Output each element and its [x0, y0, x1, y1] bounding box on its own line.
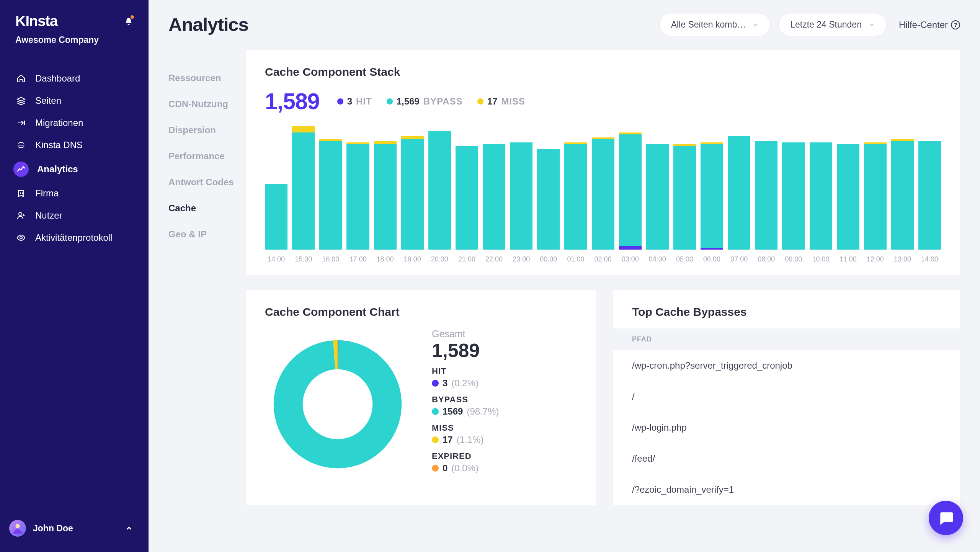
bar-segment-bypass: [537, 149, 560, 250]
x-tick-label: 18:00: [374, 255, 397, 263]
x-tick-label: 01:00: [564, 255, 587, 263]
bar-column: [428, 126, 451, 250]
pie-legend-pct: (98.7%): [467, 406, 499, 417]
eye-icon: [15, 232, 27, 243]
cache-stack-title: Cache Component Stack: [265, 65, 941, 78]
svg-point-0: [19, 212, 22, 216]
chevron-up-icon[interactable]: [125, 524, 133, 532]
subnav-item-antwort-codes[interactable]: Antwort Codes: [168, 169, 246, 195]
sidebar-item-kinsta dns[interactable]: Kinsta DNS: [0, 134, 149, 156]
sidebar-item-nutzer[interactable]: Nutzer: [0, 204, 149, 227]
sidebar-item-firma[interactable]: Firma: [0, 182, 149, 204]
bar-segment-miss: [401, 136, 424, 139]
bar-segment-bypass: [755, 141, 777, 250]
help-center-link[interactable]: Hilfe-Center ?: [899, 20, 960, 30]
pie-legend-item-miss: MISS17(1.1%): [432, 423, 499, 445]
bar-segment-bypass: [782, 142, 805, 250]
chevron-down-icon: [753, 22, 759, 28]
pie-legend-label: EXPIRED: [432, 451, 499, 461]
sidebar-item-label: Nutzer: [35, 210, 62, 221]
bar-column: [891, 126, 914, 250]
x-tick-label: 22:00: [483, 255, 505, 263]
help-icon: ?: [951, 20, 960, 29]
legend-item-hit: 3HIT: [337, 96, 372, 107]
bar-column: [319, 126, 342, 250]
x-tick-label: 21:00: [456, 255, 478, 263]
svg-point-2: [15, 524, 20, 528]
sidebar-item-label: Migrationen: [35, 118, 83, 128]
cache-stack-total: 1,589: [265, 88, 320, 114]
layers-icon: [15, 95, 27, 106]
time-filter-select[interactable]: Letzte 24 Stunden: [778, 13, 887, 36]
subnav-item-dispersion[interactable]: Dispersion: [168, 117, 246, 143]
chat-button[interactable]: [929, 501, 963, 535]
avatar[interactable]: [9, 520, 26, 537]
bar-segment-bypass: [374, 144, 397, 250]
bar-segment-bypass: [701, 144, 723, 248]
subnav-item-geo-ip[interactable]: Geo & IP: [168, 221, 246, 247]
sidebar-item-dashboard[interactable]: Dashboard: [0, 67, 149, 90]
x-tick-label: 03:00: [619, 255, 642, 263]
x-tick-label: 09:00: [782, 255, 805, 263]
subnav-item-performance[interactable]: Performance: [168, 143, 246, 169]
table-row[interactable]: /: [613, 381, 960, 412]
sidebar-item-label: Aktivitätenprotokoll: [35, 232, 112, 243]
site-filter-select[interactable]: Alle Seiten komb…: [659, 13, 771, 36]
legend-value: 1,569: [397, 96, 420, 107]
bar-column: [564, 126, 587, 250]
pie-legend-value: 17: [443, 434, 453, 445]
sidebar-item-label: Kinsta DNS: [35, 140, 83, 150]
bar-segment-bypass: [346, 144, 369, 250]
sidebar-item-label: Firma: [35, 188, 59, 199]
bar-column: [292, 126, 315, 250]
pie-legend-label: BYPASS: [432, 395, 499, 405]
time-filter-value: Letzte 24 Stunden: [790, 20, 862, 30]
bar-segment-hit: [619, 246, 642, 250]
top-cache-bypasses-title: Top Cache Bypasses: [613, 305, 960, 318]
avatar-icon: [11, 522, 24, 535]
table-row[interactable]: /feed/: [613, 443, 960, 474]
bar-segment-bypass: [428, 131, 451, 250]
sidebar-item-label: Seiten: [35, 95, 61, 106]
legend-dot-icon: [432, 380, 439, 387]
sidebar-item-aktivitätenprotokoll[interactable]: Aktivitätenprotokoll: [0, 227, 149, 249]
legend-label: HIT: [356, 96, 372, 107]
bar-column: [456, 126, 478, 250]
bar-column: [782, 126, 805, 250]
table-row[interactable]: /wp-login.php: [613, 412, 960, 443]
bar-segment-bypass: [918, 141, 941, 250]
subnav-item-cache[interactable]: Cache: [168, 195, 246, 221]
notifications-button[interactable]: [123, 16, 134, 27]
sidebar: KInsta Awesome Company DashboardSeitenMi…: [0, 0, 149, 552]
bar-segment-bypass: [673, 146, 696, 250]
analytics-icon: [15, 163, 27, 175]
page-title: Analytics: [168, 14, 246, 35]
legend-dot-icon: [432, 465, 439, 472]
sidebar-item-analytics[interactable]: Analytics: [0, 156, 149, 182]
subnav-item-cdn-nutzung[interactable]: CDN-Nutzung: [168, 91, 246, 117]
x-tick-label: 12:00: [864, 255, 887, 263]
top-cache-bypasses-card: Top Cache Bypasses PFAD /wp-cron.php?ser…: [613, 290, 960, 505]
legend-label: MISS: [501, 96, 525, 107]
pie-legend-label: HIT: [432, 366, 499, 376]
table-row[interactable]: /?ezoic_domain_verify=1: [613, 474, 960, 505]
sidebar-item-migrationen[interactable]: Migrationen: [0, 112, 149, 134]
bar-column: [837, 126, 859, 250]
chat-icon: [938, 510, 954, 526]
pie-legend-label: MISS: [432, 423, 499, 433]
cache-component-donut: [265, 332, 410, 477]
subnav-item-ressourcen[interactable]: Ressourcen: [168, 65, 246, 91]
pie-total-value: 1,589: [432, 340, 499, 362]
bar-segment-bypass: [891, 141, 914, 250]
bar-segment-bypass: [401, 139, 424, 250]
table-row[interactable]: /wp-cron.php?server_triggered_cronjob: [613, 350, 960, 381]
analytics-subnav: Analytics RessourcenCDN-NutzungDispersio…: [149, 0, 246, 552]
bar-column: [510, 126, 532, 250]
bar-segment-bypass: [619, 134, 642, 247]
legend-dot-icon: [477, 98, 483, 105]
home-icon: [15, 73, 27, 84]
site-filter-value: Alle Seiten komb…: [671, 20, 746, 30]
cache-stack-x-axis: 14:0015:0016:0017:0018:0019:0020:0021:00…: [265, 255, 941, 263]
bar-segment-bypass: [592, 139, 614, 250]
sidebar-item-seiten[interactable]: Seiten: [0, 90, 149, 112]
